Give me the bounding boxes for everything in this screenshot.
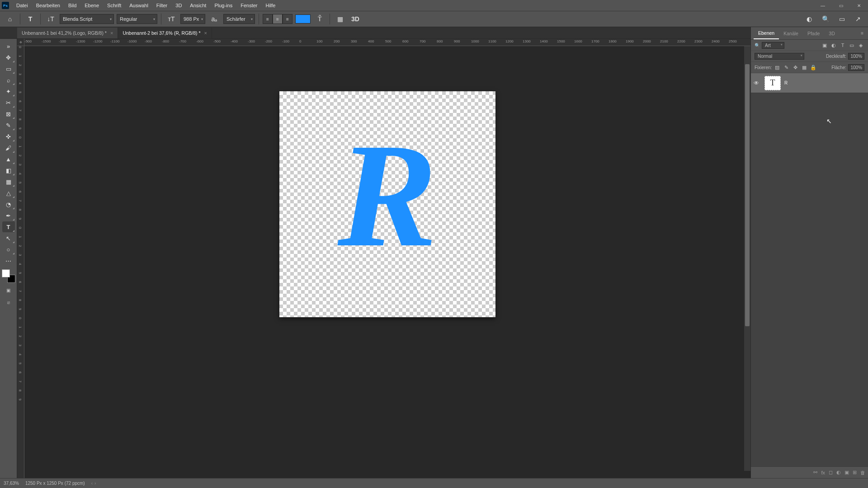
menu-schrift[interactable]: Schrift	[104, 1, 125, 9]
menu-ebene[interactable]: Ebene	[81, 1, 103, 9]
tab-ebenen[interactable]: Ebenen	[754, 28, 779, 39]
font-family-dropdown[interactable]: Blenda Script	[60, 14, 114, 24]
type-tool[interactable]: T	[2, 221, 15, 232]
menu-3d[interactable]: 3D	[172, 1, 185, 9]
menu-plugins[interactable]: Plug-ins	[211, 1, 236, 9]
clone-tool[interactable]: ▲	[2, 154, 15, 164]
move-tool[interactable]: ✥	[2, 52, 15, 63]
fill-value[interactable]: 100%	[848, 64, 864, 71]
align-left-button[interactable]: ≡	[263, 14, 273, 24]
lock-pixels-icon[interactable]: ▨	[774, 64, 781, 71]
shape-tool[interactable]: ○	[2, 244, 15, 255]
panel-menu-icon[interactable]: ≡	[859, 31, 865, 36]
layer-filter-dropdown[interactable]: Art	[762, 42, 784, 49]
close-button[interactable]: ✕	[850, 0, 868, 11]
dodge-tool[interactable]: ◔	[2, 199, 15, 210]
more-tools[interactable]: ⋯	[2, 255, 15, 266]
tab-close-icon[interactable]: ×	[110, 30, 113, 36]
lock-artboard-icon[interactable]: ▦	[801, 64, 808, 71]
menu-auswahl[interactable]: Auswahl	[126, 1, 152, 9]
search-icon[interactable]: 🔍	[819, 13, 832, 25]
menu-bearbeiten[interactable]: Bearbeiten	[33, 1, 64, 9]
text-orientation-icon[interactable]: ↓T	[44, 13, 57, 25]
text-color-swatch[interactable]	[295, 14, 311, 23]
align-right-button[interactable]: ≡	[283, 14, 292, 24]
document-tab[interactable]: Unbenannt-2 bei 37,6% (R, RGB/8) * ×	[118, 28, 212, 38]
marquee-tool[interactable]: ▭	[2, 63, 15, 74]
filter-type-icon[interactable]: T	[839, 42, 846, 49]
align-center-button[interactable]: ≡	[273, 14, 283, 24]
expand-icon[interactable]: »	[2, 41, 15, 52]
crop-tool[interactable]: ✂	[2, 97, 15, 108]
cloud-icon[interactable]: ◐	[803, 13, 816, 25]
tab-pfade[interactable]: Pfade	[803, 28, 824, 39]
layer-fx-icon[interactable]: fx	[821, 470, 825, 475]
eyedropper-tool[interactable]: ✎	[2, 120, 15, 131]
menu-ansicht[interactable]: Ansicht	[186, 1, 210, 9]
tab-3d[interactable]: 3D	[824, 28, 839, 39]
layer-thumbnail[interactable]: T	[764, 76, 781, 90]
document-canvas[interactable]: R	[279, 91, 495, 317]
3d-text-button[interactable]: 3D	[349, 13, 362, 25]
pen-tool[interactable]: ✒	[2, 210, 15, 221]
gradient-tool[interactable]: ▦	[2, 176, 15, 187]
font-size-dropdown[interactable]: 988 Px	[180, 14, 205, 24]
zoom-level[interactable]: 37,63%	[4, 481, 19, 486]
group-icon[interactable]: ▣	[844, 469, 849, 475]
visibility-toggle-icon[interactable]: 👁	[754, 80, 761, 86]
share-icon[interactable]: ↗	[852, 13, 864, 25]
character-panel-icon[interactable]: ▦	[334, 13, 346, 25]
status-nav[interactable]: ‹›	[91, 481, 96, 486]
eraser-tool[interactable]: ◧	[2, 165, 15, 176]
layer-item[interactable]: 👁 T R	[751, 73, 868, 93]
magic-wand-tool[interactable]: ✦	[2, 86, 15, 97]
document-tab[interactable]: Unbenannt-1 bei 41,2% (Logo, RGB/8) * ×	[17, 28, 118, 38]
lock-position-icon[interactable]: ✎	[783, 64, 790, 71]
font-style-dropdown[interactable]: Regular	[117, 14, 157, 24]
quick-mask-icon[interactable]: ▣	[2, 285, 15, 295]
minimize-button[interactable]: —	[814, 0, 832, 11]
vertical-scrollbar[interactable]	[744, 46, 750, 471]
lock-move-icon[interactable]: ✥	[792, 64, 799, 71]
color-picker[interactable]	[2, 269, 15, 283]
layias-mask-icon[interactable]: ◻	[829, 469, 833, 475]
ruler-origin[interactable]: ✥	[17, 39, 24, 46]
layer-name[interactable]: R	[784, 80, 788, 85]
lock-all-icon[interactable]: 🔒	[810, 64, 817, 71]
tab-kanaele[interactable]: Kanäle	[779, 28, 803, 39]
menu-hilfe[interactable]: Hilfe	[262, 1, 279, 9]
text-tool-icon[interactable]: T	[24, 13, 37, 25]
link-layers-icon[interactable]: ⚯	[813, 469, 817, 475]
frame-tool[interactable]: ⊠	[2, 108, 15, 119]
workspace-icon[interactable]: ▭	[835, 13, 848, 25]
menu-datei[interactable]: Datei	[13, 1, 32, 9]
filter-adjust-icon[interactable]: ◐	[830, 42, 837, 49]
vertical-ruler[interactable]: 0123456789012345678901234567890123456789	[17, 46, 24, 478]
screen-mode-icon[interactable]: ⎚	[2, 297, 15, 307]
filter-smart-icon[interactable]: ◈	[857, 42, 864, 49]
filter-shape-icon[interactable]: ▭	[848, 42, 855, 49]
healing-tool[interactable]: ✜	[2, 131, 15, 142]
antialias-dropdown[interactable]: Schärfer	[223, 14, 255, 24]
canvas-viewport[interactable]: R	[24, 46, 750, 478]
adjustment-layer-icon[interactable]: ◐	[836, 469, 841, 475]
scrollbar-thumb[interactable]	[745, 64, 750, 326]
tab-close-icon[interactable]: ×	[204, 30, 207, 36]
menu-fenster[interactable]: Fenster	[237, 1, 261, 9]
menu-filter[interactable]: Filter	[153, 1, 171, 9]
brush-tool[interactable]: 🖌	[2, 142, 15, 153]
menu-bild[interactable]: Bild	[65, 1, 80, 9]
horizontal-ruler[interactable]: -500-1500-100-1300-1200-1100-1000-900-80…	[24, 39, 750, 46]
blur-tool[interactable]: △	[2, 188, 15, 198]
foreground-color[interactable]	[2, 269, 10, 277]
maximize-button[interactable]: ▭	[832, 0, 850, 11]
home-icon[interactable]: ⌂	[4, 13, 16, 25]
lasso-tool[interactable]: ⌕	[2, 75, 15, 85]
warp-text-icon[interactable]: T̃	[313, 13, 326, 25]
opacity-value[interactable]: 100%	[848, 53, 864, 60]
blend-mode-dropdown[interactable]: Normal	[755, 53, 804, 60]
new-layer-icon[interactable]: ⊞	[853, 469, 857, 475]
filter-image-icon[interactable]: ▣	[821, 42, 828, 49]
path-tool[interactable]: ↖	[2, 233, 15, 244]
delete-layer-icon[interactable]: 🗑	[860, 470, 865, 475]
